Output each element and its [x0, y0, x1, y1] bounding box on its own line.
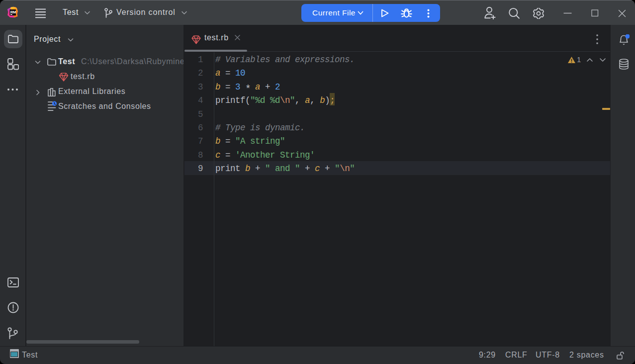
svg-text:RM: RM — [10, 10, 16, 14]
